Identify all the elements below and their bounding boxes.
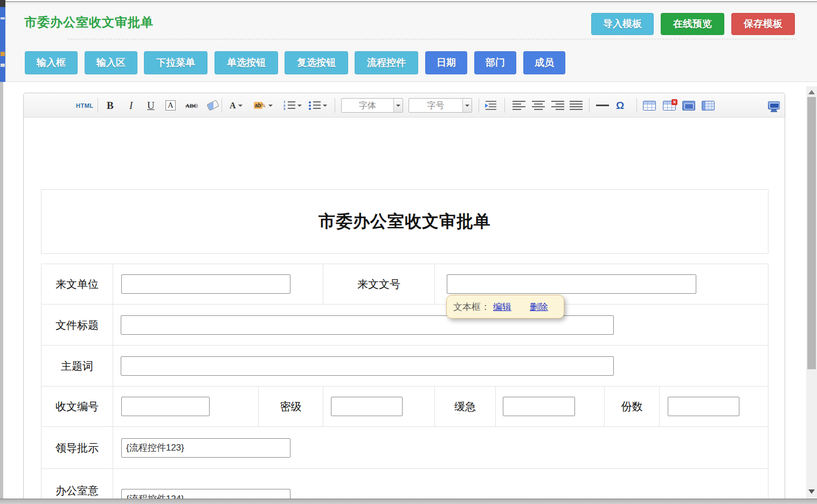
control-tooltip: 文本框： 编辑 删除 bbox=[446, 295, 564, 319]
subject-input[interactable] bbox=[121, 356, 614, 376]
label-doc-number: 来文文号 bbox=[323, 264, 435, 304]
boxed-a-icon: A bbox=[165, 100, 176, 111]
ordered-list-button[interactable] bbox=[283, 98, 302, 113]
online-preview-button[interactable]: 在线预览 bbox=[661, 13, 724, 35]
unordered-list-button[interactable] bbox=[309, 98, 327, 113]
toolbar-separator bbox=[98, 98, 98, 113]
doc-number-input[interactable] bbox=[447, 274, 696, 294]
screen: 市委办公室收文审批单 导入模板 在线预览 保存模板 输入框 输入区 下拉菜单 单… bbox=[0, 0, 817, 504]
scrollbar-thumb[interactable] bbox=[807, 97, 816, 369]
font-size-select[interactable]: 字号 bbox=[408, 98, 472, 113]
editor-content[interactable]: 市委办公室收文审批单 来文单位 来文文号 文件标题 bbox=[24, 118, 785, 504]
toolbar-separator bbox=[636, 98, 637, 113]
font-family-select[interactable]: 字体 bbox=[341, 98, 403, 113]
table-cell-properties-icon bbox=[682, 101, 695, 111]
widget-button-radio[interactable]: 单选按钮 bbox=[214, 51, 278, 74]
urgency-input[interactable] bbox=[503, 397, 575, 416]
tooltip-label: 文本框： bbox=[453, 301, 490, 313]
delete-table-button[interactable]: ✕ bbox=[663, 98, 676, 113]
font-family-value: 字体 bbox=[342, 99, 393, 112]
table-properties-button[interactable] bbox=[702, 98, 715, 113]
widget-button-checkbox[interactable]: 复选按钮 bbox=[285, 51, 348, 74]
highlight-color-button[interactable]: ab✎ bbox=[254, 98, 273, 113]
receipt-number-input[interactable] bbox=[121, 397, 210, 416]
edit-link[interactable]: 编辑 bbox=[493, 301, 511, 313]
save-template-button[interactable]: 保存模板 bbox=[731, 13, 795, 35]
unordered-list-icon bbox=[309, 100, 321, 111]
align-right-button[interactable] bbox=[551, 98, 564, 113]
chevron-down-icon bbox=[297, 105, 302, 107]
chevron-down-icon bbox=[238, 105, 243, 107]
horizontal-rule-button[interactable] bbox=[596, 98, 609, 113]
html-source-button[interactable]: HTML bbox=[76, 98, 94, 113]
strikethrough-button[interactable]: ABC bbox=[185, 98, 198, 113]
cell-secrecy bbox=[323, 386, 435, 426]
insert-table-button[interactable] bbox=[643, 98, 656, 113]
eraser-button[interactable] bbox=[207, 98, 218, 113]
justify-button[interactable] bbox=[570, 98, 583, 113]
widget-button-member[interactable]: 成员 bbox=[523, 51, 565, 74]
align-right-icon bbox=[551, 101, 564, 110]
import-template-button[interactable]: 导入模板 bbox=[591, 13, 654, 35]
label-receipt-number: 收文编号 bbox=[41, 386, 113, 426]
delete-table-icon: ✕ bbox=[663, 101, 676, 111]
italic-button[interactable]: I bbox=[129, 98, 133, 113]
table-cell-properties-button[interactable] bbox=[682, 98, 695, 113]
indent-button[interactable] bbox=[486, 98, 496, 113]
fullscreen-monitor-icon bbox=[768, 101, 780, 109]
widget-button-department[interactable]: 部门 bbox=[474, 51, 516, 74]
fullscreen-button[interactable] bbox=[768, 98, 780, 113]
underline-button[interactable]: U bbox=[147, 98, 155, 113]
widget-button-date[interactable]: 日期 bbox=[425, 51, 467, 74]
header-divider bbox=[67, 39, 796, 39]
strikethrough-icon: ABC bbox=[185, 102, 198, 109]
table-properties-icon bbox=[702, 101, 715, 111]
chevron-down-icon bbox=[268, 105, 273, 107]
window-left-edge-mark bbox=[1, 17, 5, 19]
toolbar-separator bbox=[479, 98, 479, 113]
source-unit-input[interactable] bbox=[121, 274, 290, 294]
window-left-edge-mark bbox=[1, 64, 5, 67]
align-center-icon bbox=[532, 101, 545, 110]
scroll-up-arrow-icon[interactable] bbox=[808, 90, 815, 94]
editor-toolbar: HTML B I U A ABC A ab✎ 字体 字号 Ω bbox=[24, 93, 785, 118]
ordered-list-icon bbox=[283, 100, 295, 111]
cell-urgency bbox=[496, 386, 605, 426]
label-copies: 份数 bbox=[605, 386, 660, 426]
cell-subject bbox=[113, 346, 768, 386]
label-leader-remarks: 领导批示 bbox=[41, 427, 113, 468]
table-row: 领导批示 bbox=[41, 427, 768, 469]
widget-button-flow-control[interactable]: 流程控件 bbox=[355, 51, 418, 74]
window-left-edge-lower bbox=[0, 82, 3, 504]
window-left-edge-cap bbox=[0, 0, 5, 7]
font-family-dropdown[interactable] bbox=[393, 99, 403, 112]
secrecy-input[interactable] bbox=[331, 397, 403, 416]
widget-button-input-box[interactable]: 输入框 bbox=[25, 51, 78, 74]
delete-link[interactable]: 删除 bbox=[530, 301, 548, 313]
vertical-scrollbar[interactable] bbox=[806, 86, 817, 499]
window-left-edge bbox=[0, 0, 5, 82]
widget-button-dropdown-menu[interactable]: 下拉菜单 bbox=[144, 51, 207, 74]
align-left-button[interactable] bbox=[513, 98, 525, 113]
quick-style-button[interactable]: A bbox=[165, 98, 176, 113]
bold-button[interactable]: B bbox=[107, 98, 114, 113]
cell-source-unit bbox=[113, 264, 323, 304]
form-title-box: 市委办公室收文审批单 bbox=[41, 189, 768, 254]
cell-leader-remarks bbox=[113, 427, 768, 468]
special-char-button[interactable]: Ω bbox=[616, 98, 624, 113]
table-row: 主题词 bbox=[41, 346, 768, 386]
scroll-down-arrow-icon[interactable] bbox=[808, 489, 815, 494]
font-size-dropdown[interactable] bbox=[462, 99, 472, 112]
table-row: 来文单位 来文文号 bbox=[41, 264, 768, 305]
widget-button-input-area[interactable]: 输入区 bbox=[85, 51, 137, 74]
horizontal-rule-icon bbox=[596, 105, 609, 106]
align-center-button[interactable] bbox=[532, 98, 545, 113]
copies-input[interactable] bbox=[668, 397, 739, 416]
font-color-button[interactable]: A bbox=[230, 98, 243, 113]
leader-remarks-input[interactable] bbox=[121, 438, 290, 458]
chevron-down-icon bbox=[323, 105, 327, 107]
insert-table-icon bbox=[643, 101, 656, 111]
label-urgency: 缓急 bbox=[435, 386, 496, 426]
form-title: 市委办公室收文审批单 bbox=[319, 210, 491, 233]
rich-text-editor: HTML B I U A ABC A ab✎ 字体 字号 Ω bbox=[23, 93, 785, 504]
